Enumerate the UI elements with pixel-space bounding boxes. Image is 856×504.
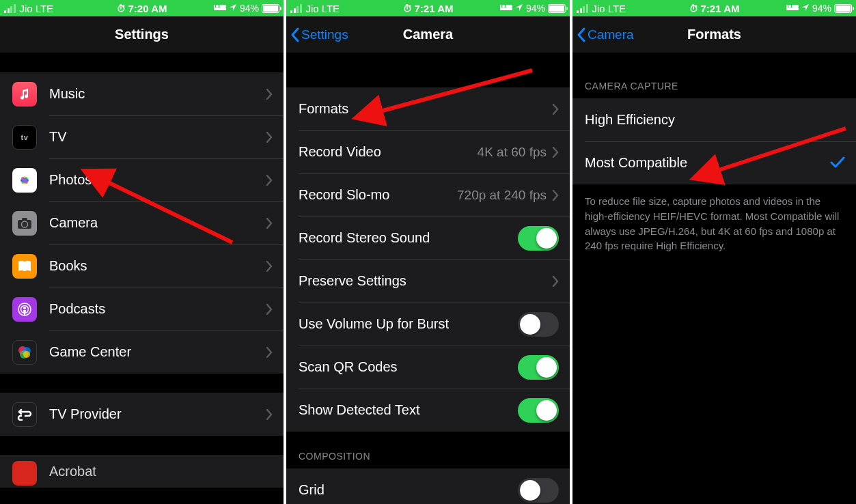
checkmark-icon	[830, 154, 845, 173]
status-bar: Jio LTE ⏱ 7:21 AM 94%	[572, 0, 856, 16]
settings-row-music[interactable]: Music	[0, 72, 284, 115]
formats-row-most-compatible[interactable]: Most Compatible	[572, 141, 856, 184]
row-label: Show Detected Text	[299, 402, 420, 418]
camera-row-preserve[interactable]: Preserve Settings	[286, 260, 570, 303]
svg-rect-3	[219, 5, 226, 8]
location-icon	[801, 3, 810, 14]
nav-bar: Camera Formats	[572, 16, 856, 53]
battery-label: 94%	[526, 3, 545, 14]
row-label: Music	[49, 86, 85, 102]
network-label: LTE	[322, 3, 340, 14]
bed-icon	[500, 3, 512, 14]
battery-icon	[262, 4, 279, 13]
chevron-right-icon	[266, 175, 273, 186]
row-label: Grid	[299, 482, 325, 498]
toggle-qr[interactable]	[518, 355, 559, 380]
row-label: Game Center	[49, 344, 131, 360]
camera-row-qr[interactable]: Scan QR Codes	[286, 346, 570, 389]
row-label: Photos	[49, 172, 92, 188]
nav-bar: Settings Camera	[286, 16, 570, 53]
chevron-right-icon	[552, 190, 559, 201]
svg-rect-27	[792, 5, 799, 8]
battery-label: 94%	[240, 3, 259, 14]
settings-row-acrobat[interactable]: Acrobat	[0, 455, 284, 488]
row-label: Acrobat	[49, 464, 96, 479]
toggle-volume-burst[interactable]	[518, 312, 559, 337]
row-label: TV	[49, 129, 67, 145]
camera-row-stereo[interactable]: Record Stereo Sound	[286, 216, 570, 260]
svg-point-15	[23, 307, 26, 309]
settings-row-books[interactable]: Books	[0, 244, 284, 288]
camera-row-formats[interactable]: Formats	[286, 87, 570, 130]
chevron-right-icon	[552, 276, 559, 287]
carrier-label: Jio	[306, 3, 319, 14]
section-header-capture: CAMERA CAPTURE	[572, 53, 856, 98]
row-label: Formats	[299, 101, 348, 117]
battery-label: 94%	[812, 3, 831, 14]
row-label: Books	[49, 258, 87, 274]
status-bar: Jio LTE ⏱ 7:20 AM 94%	[0, 0, 284, 16]
svg-rect-23	[506, 5, 512, 8]
svg-rect-11	[22, 218, 27, 221]
settings-row-tv[interactable]: tv TV	[0, 115, 284, 158]
svg-rect-1	[214, 5, 215, 9]
chevron-right-icon	[266, 132, 273, 143]
svg-rect-21	[500, 5, 501, 9]
chevron-right-icon	[266, 261, 273, 272]
row-value: 720p at 240 fps	[457, 188, 547, 203]
location-icon	[515, 3, 523, 14]
camera-row-record-slomo[interactable]: Record Slo-mo 720p at 240 fps	[286, 173, 570, 216]
row-label: Podcasts	[49, 301, 105, 317]
camera-row-record-video[interactable]: Record Video 4K at 60 fps	[286, 130, 570, 173]
podcasts-icon	[12, 297, 37, 322]
bed-icon	[786, 3, 799, 14]
chevron-right-icon	[552, 147, 559, 158]
screen-settings: Jio LTE ⏱ 7:20 AM 94% Settings Music	[0, 0, 284, 504]
carrier-label: Jio	[592, 3, 605, 14]
page-title: Formats	[687, 27, 741, 42]
settings-row-photos[interactable]: Photos	[0, 158, 284, 201]
row-label: Most Compatible	[585, 155, 687, 171]
page-title: Settings	[115, 27, 169, 42]
gamecenter-icon	[12, 340, 37, 365]
settings-row-gamecenter[interactable]: Game Center	[0, 331, 284, 374]
settings-row-camera[interactable]: Camera	[0, 201, 284, 244]
clock-label: 7:21 AM	[701, 3, 740, 14]
signal-icon	[577, 4, 588, 13]
clock-label: 7:20 AM	[128, 3, 167, 14]
row-label: Preserve Settings	[299, 273, 406, 289]
chevron-right-icon	[266, 218, 273, 229]
camera-row-grid[interactable]: Grid	[286, 468, 570, 504]
row-label: TV Provider	[49, 406, 122, 422]
status-bar: Jio LTE ⏱ 7:21 AM 94%	[286, 0, 570, 16]
toggle-detected-text[interactable]	[518, 398, 559, 423]
svg-rect-25	[786, 5, 788, 9]
network-label: LTE	[608, 3, 626, 14]
svg-rect-24	[786, 8, 799, 10]
camera-row-volume-burst[interactable]: Use Volume Up for Burst	[286, 303, 570, 346]
row-label: Camera	[49, 215, 98, 231]
battery-icon	[834, 4, 852, 13]
back-button[interactable]: Settings	[290, 16, 348, 53]
settings-row-podcasts[interactable]: Podcasts	[0, 288, 284, 331]
back-label: Camera	[588, 27, 634, 42]
row-value: 4K at 60 fps	[478, 145, 547, 160]
music-icon	[12, 82, 37, 107]
back-button[interactable]: Camera	[577, 16, 634, 53]
row-label: Record Slo-mo	[299, 187, 389, 203]
screen-camera: Jio LTE ⏱ 7:21 AM 94% Settings Camera Fo…	[286, 0, 570, 504]
toggle-grid[interactable]	[518, 478, 559, 503]
chevron-right-icon	[266, 304, 273, 315]
toggle-stereo[interactable]	[518, 226, 559, 251]
svg-point-2	[216, 5, 219, 8]
settings-row-tvprovider[interactable]: TV Provider	[0, 393, 284, 436]
formats-row-high-efficiency[interactable]: High Efficiency	[572, 98, 856, 141]
chevron-right-icon	[266, 409, 273, 420]
tvprovider-icon	[12, 402, 37, 427]
section-footer: To reduce file size, capture photos and …	[572, 184, 856, 263]
camera-row-detected-text[interactable]: Show Detected Text	[286, 389, 570, 432]
svg-rect-0	[214, 8, 226, 10]
screen-formats: Jio LTE ⏱ 7:21 AM 94% Camera Formats CAM…	[572, 0, 856, 504]
svg-point-22	[502, 5, 505, 8]
svg-point-26	[788, 5, 791, 8]
